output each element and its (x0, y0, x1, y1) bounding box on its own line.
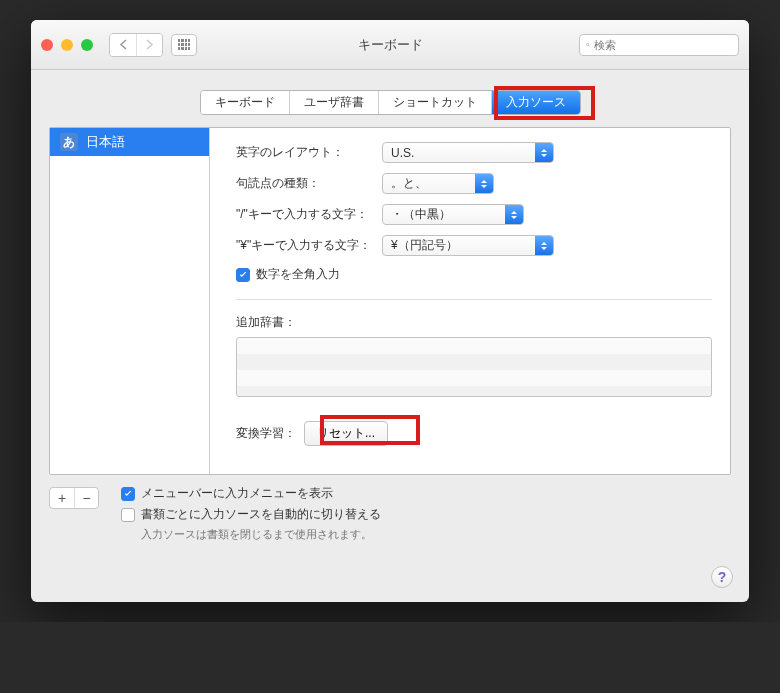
forward-button[interactable] (136, 34, 162, 56)
footer: + − メニューバーに入力メニューを表示 書類ごとに入力ソースを自動的に切り替え… (49, 481, 731, 542)
chevron-updown-icon (475, 174, 493, 193)
japanese-icon: あ (60, 133, 78, 151)
select-roman-layout[interactable]: U.S. (382, 142, 554, 163)
details-pane: 英字のレイアウト： U.S. 句読点の種類： 。と、 "/"キーで入力する文字：… (210, 128, 730, 474)
search-field[interactable] (579, 34, 739, 56)
label-yen-key: "¥"キーで入力する文字： (236, 237, 382, 254)
checkmark-icon (121, 487, 135, 501)
select-yen-key[interactable]: ¥（円記号） (382, 235, 554, 256)
minimize-button[interactable] (61, 39, 73, 51)
reset-button[interactable]: リセット... (304, 421, 388, 446)
show-all-button[interactable] (171, 34, 197, 56)
content: あ 日本語 英字のレイアウト： U.S. 句読点の種類： 。と、 "/"キーで入… (31, 127, 749, 556)
add-remove-buttons: + − (49, 487, 99, 509)
select-slash-key[interactable]: ・（中黒） (382, 204, 524, 225)
grid-icon (178, 39, 190, 51)
chevron-updown-icon (535, 143, 553, 162)
divider (236, 299, 712, 300)
preferences-window: キーボード キーボード ユーザ辞書 ショートカット 入力ソース あ 日本語 英字 (31, 20, 749, 602)
tabs-row: キーボード ユーザ辞書 ショートカット 入力ソース (31, 70, 749, 127)
close-button[interactable] (41, 39, 53, 51)
footnote: 入力ソースは書類を閉じるまで使用されます。 (121, 527, 731, 542)
add-button[interactable]: + (50, 488, 74, 508)
checkbox-empty-icon (121, 508, 135, 522)
checkbox-fullwidth-numbers[interactable]: 数字を全角入力 (236, 266, 712, 283)
checkbox-show-input-menu[interactable]: メニューバーに入力メニューを表示 (121, 485, 731, 502)
input-source-japanese[interactable]: あ 日本語 (50, 128, 209, 156)
checkmark-icon (236, 268, 250, 282)
tab-user-dict[interactable]: ユーザ辞書 (289, 91, 378, 114)
label-roman-layout: 英字のレイアウト： (236, 144, 382, 161)
back-button[interactable] (110, 34, 136, 56)
input-source-list: あ 日本語 (50, 128, 210, 474)
label-learning: 変換学習： (236, 425, 296, 442)
select-punctuation[interactable]: 。と、 (382, 173, 494, 194)
help-button[interactable]: ? (711, 566, 733, 588)
titlebar: キーボード (31, 20, 749, 70)
zoom-button[interactable] (81, 39, 93, 51)
window-title: キーボード (358, 36, 423, 54)
additional-dict-list[interactable] (236, 337, 712, 397)
remove-button[interactable]: − (74, 488, 98, 508)
search-input[interactable] (594, 39, 732, 51)
tab-shortcuts[interactable]: ショートカット (378, 91, 491, 114)
chevron-updown-icon (505, 205, 523, 224)
checkbox-auto-switch[interactable]: 書類ごとに入力ソースを自動的に切り替える (121, 506, 731, 523)
label-additional-dict: 追加辞書： (236, 314, 382, 331)
chevron-updown-icon (535, 236, 553, 255)
input-source-label: 日本語 (86, 133, 125, 151)
tabs: キーボード ユーザ辞書 ショートカット 入力ソース (200, 90, 581, 115)
nav-buttons (109, 33, 163, 57)
search-icon (586, 39, 590, 51)
tab-keyboard[interactable]: キーボード (201, 91, 289, 114)
label-slash-key: "/"キーで入力する文字： (236, 206, 382, 223)
label-punctuation: 句読点の種類： (236, 175, 382, 192)
tab-input-sources[interactable]: 入力ソース (491, 91, 580, 114)
main-panel: あ 日本語 英字のレイアウト： U.S. 句読点の種類： 。と、 "/"キーで入… (49, 127, 731, 475)
traffic-lights (41, 39, 93, 51)
